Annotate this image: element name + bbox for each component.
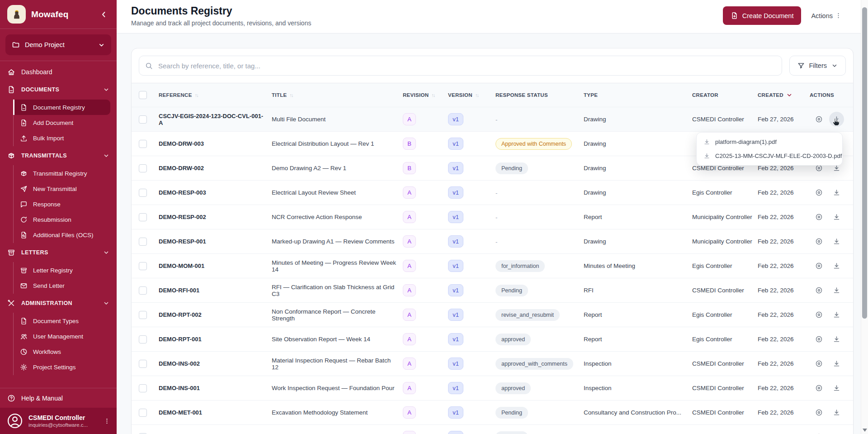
row-checkbox[interactable]: [139, 140, 147, 148]
view-button[interactable]: [811, 307, 826, 322]
filters-button[interactable]: Filters: [789, 56, 846, 76]
row-checkbox[interactable]: [139, 213, 147, 221]
sidebar-item-user-management[interactable]: User Management: [14, 329, 110, 344]
view-button[interactable]: [811, 356, 826, 371]
document-reference[interactable]: CSCJV-EGIS-2024-123-DOC-CVL-001-A: [159, 113, 272, 126]
search-input[interactable]: [157, 62, 776, 70]
row-menu-kebab-button[interactable]: [847, 234, 854, 249]
document-reference[interactable]: DEMO-RPT-001: [159, 336, 272, 343]
document-reference[interactable]: DEMO-DRW-002: [159, 165, 272, 172]
row-menu-kebab-button[interactable]: [847, 283, 854, 298]
view-button[interactable]: [811, 332, 826, 347]
download-button[interactable]: [829, 234, 844, 249]
sidebar-item-letter-registry[interactable]: Letter Registry: [14, 262, 110, 278]
row-menu-kebab-button[interactable]: [847, 185, 854, 200]
sidebar-section-letters[interactable]: LETTERS: [0, 243, 117, 262]
document-reference[interactable]: DEMO-RESP-003: [159, 189, 272, 196]
document-reference[interactable]: DEMO-MOM-001: [159, 262, 272, 269]
view-button[interactable]: [811, 283, 826, 298]
row-checkbox[interactable]: [139, 360, 147, 368]
download-button[interactable]: [829, 258, 844, 273]
row-checkbox[interactable]: [139, 286, 147, 295]
sidebar-collapse-button[interactable]: [98, 9, 109, 20]
view-button[interactable]: [811, 258, 826, 273]
download-button[interactable]: [829, 429, 844, 434]
row-checkbox[interactable]: [139, 115, 147, 124]
view-button[interactable]: [811, 429, 826, 434]
sidebar-item-project-settings[interactable]: Project Settings: [14, 359, 110, 375]
row-checkbox[interactable]: [139, 335, 147, 343]
download-button[interactable]: [829, 185, 844, 200]
row-menu-kebab-button[interactable]: [847, 356, 854, 371]
project-selector[interactable]: Demo Project: [5, 34, 111, 55]
download-menu-item[interactable]: C2025-13-MM-CSCJV-MLF-ELE-CD-2003-D.pdf: [697, 149, 842, 163]
row-menu-kebab-button[interactable]: [847, 307, 854, 322]
sidebar-item-bulk-import[interactable]: Bulk Import: [14, 130, 110, 146]
sidebar-section-documents[interactable]: DOCUMENTS: [0, 80, 117, 99]
download-button[interactable]: [829, 283, 844, 298]
download-button[interactable]: [829, 112, 844, 127]
view-button[interactable]: [811, 381, 826, 396]
document-reference[interactable]: DEMO-MET-001: [159, 409, 272, 416]
download-button[interactable]: [829, 381, 844, 396]
sidebar-item-document-registry[interactable]: Document Registry: [14, 100, 110, 115]
download-button[interactable]: [829, 307, 844, 322]
download-button[interactable]: [829, 210, 844, 224]
sidebar-item-send-letter[interactable]: Send Letter: [14, 278, 110, 293]
user-menu-kebab-icon[interactable]: [104, 418, 110, 424]
column-header-title[interactable]: TITLE↑↓: [272, 92, 403, 98]
view-button[interactable]: [811, 210, 826, 224]
scrollbar-thumb[interactable]: [862, 7, 867, 319]
document-reference[interactable]: DEMO-RPT-002: [159, 311, 272, 318]
row-checkbox[interactable]: [139, 164, 147, 172]
document-reference[interactable]: DEMO-DRW-003: [159, 140, 272, 147]
sidebar-item-new-transmittal[interactable]: New Transmittal: [14, 181, 110, 196]
sidebar-item-add-document[interactable]: Add Document: [14, 115, 110, 130]
document-reference[interactable]: DEMO-RFI-001: [159, 287, 272, 294]
document-reference[interactable]: DEMO-INS-001: [159, 385, 272, 391]
download-button[interactable]: [829, 356, 844, 371]
row-menu-kebab-button[interactable]: [847, 210, 854, 224]
view-button[interactable]: [811, 405, 826, 420]
row-menu-kebab-button[interactable]: [847, 332, 854, 347]
column-header-reference[interactable]: REFERENCE↑↓: [159, 92, 272, 98]
row-menu-kebab-button[interactable]: [847, 258, 854, 273]
sidebar-item-dashboard[interactable]: Dashboard: [0, 64, 117, 80]
sort-arrows-icon[interactable]: ↑↓: [475, 92, 478, 98]
sidebar-item-response[interactable]: Response: [14, 196, 110, 212]
row-menu-kebab-button[interactable]: [847, 429, 854, 434]
sidebar-section-transmittals[interactable]: TRANSMITTALS: [0, 146, 117, 165]
document-reference[interactable]: DEMO-RESP-001: [159, 238, 272, 245]
column-header-revision[interactable]: REVISION↑↓: [403, 92, 448, 98]
document-reference[interactable]: DEMO-INS-002: [159, 360, 272, 367]
view-button[interactable]: [811, 234, 826, 249]
sidebar-item-additional-files-ocs[interactable]: Additional Files (OCS): [14, 227, 110, 243]
row-checkbox[interactable]: [139, 262, 147, 270]
row-checkbox[interactable]: [139, 238, 147, 246]
sidebar-item-help-manual[interactable]: Help & Manual: [0, 388, 117, 408]
row-checkbox[interactable]: [139, 311, 147, 319]
row-checkbox[interactable]: [139, 384, 147, 392]
row-checkbox[interactable]: [139, 189, 147, 197]
row-menu-kebab-button[interactable]: [847, 381, 854, 396]
row-menu-kebab-button[interactable]: [847, 112, 854, 127]
sidebar-item-resubmission[interactable]: Resubmission: [14, 212, 110, 227]
scrollbar-arrow-down[interactable]: [863, 429, 867, 432]
row-menu-kebab-button[interactable]: [847, 136, 854, 151]
column-header-created[interactable]: CREATED: [758, 92, 810, 98]
page-scrollbar[interactable]: [861, 0, 868, 434]
column-header-version[interactable]: VERSION↑↓: [448, 92, 495, 98]
download-button[interactable]: [829, 332, 844, 347]
select-all-checkbox[interactable]: [139, 91, 147, 99]
sort-desc-icon[interactable]: [786, 92, 793, 98]
actions-menu-button[interactable]: Actions: [811, 12, 842, 19]
sort-arrows-icon[interactable]: ↑↓: [431, 92, 434, 98]
view-button[interactable]: [811, 185, 826, 200]
row-checkbox[interactable]: [139, 409, 147, 417]
view-button[interactable]: [811, 112, 826, 127]
sidebar-item-transmittal-registry[interactable]: Transmittal Registry: [14, 166, 110, 181]
sidebar-item-workflows[interactable]: Workflows: [14, 344, 110, 359]
sort-arrows-icon[interactable]: ↑↓: [289, 92, 292, 98]
download-menu-item[interactable]: platform-diagram(1).pdf: [697, 135, 842, 149]
row-menu-kebab-button[interactable]: [847, 405, 854, 420]
